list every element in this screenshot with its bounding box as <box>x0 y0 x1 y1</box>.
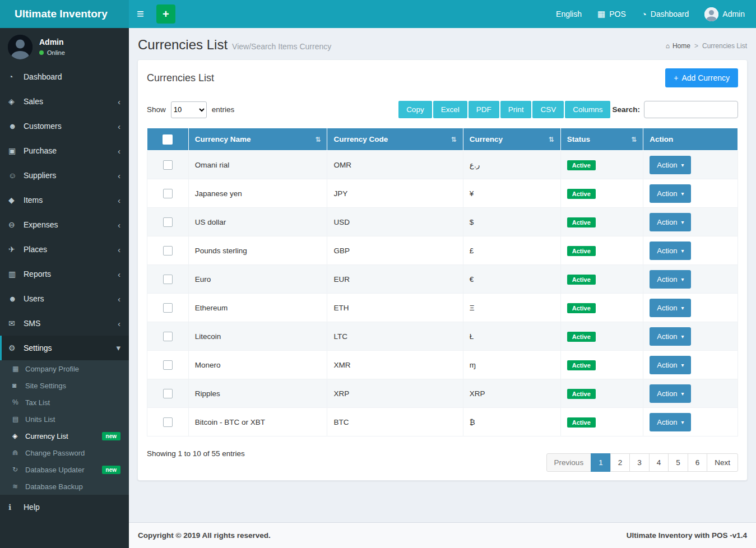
row-checkbox[interactable] <box>163 389 173 398</box>
action-button[interactable]: Action▾ <box>650 356 691 374</box>
pdf-button[interactable]: PDF <box>469 101 499 118</box>
caret-down-icon: ▾ <box>681 362 684 368</box>
sidebar-item-users[interactable]: ☻ Users ‹ <box>0 286 129 311</box>
sidebar-item-purchase[interactable]: ▣ Purchase ‹ <box>0 138 129 163</box>
sidebar-item-settings[interactable]: ⚙ Settings ▾ <box>0 336 129 360</box>
sidebar-item-database-backup[interactable]: ≋ Database Backup <box>0 478 129 495</box>
caret-down-icon: ▾ <box>681 276 684 282</box>
pagination-page-4[interactable]: 4 <box>649 453 669 472</box>
topbar-link-pos[interactable]: ▦POS <box>597 9 626 19</box>
status-badge: Active <box>567 332 596 342</box>
column-header-currency[interactable]: Currency⇅ <box>463 128 560 151</box>
search-input[interactable] <box>644 101 738 118</box>
action-button[interactable]: Action▾ <box>650 413 691 431</box>
sidebar-item-customers[interactable]: ☻ Customers ‹ <box>0 114 129 138</box>
sidebar-item-units-list[interactable]: ▤ Units List <box>0 411 129 428</box>
sidebar-nav: ◔ Dashboard ◈ Sales ‹ ☻ Customers ‹ ▣ Pu… <box>0 64 129 519</box>
cell-currency-symbol: ɱ <box>463 351 560 379</box>
cube-icon: ◆ <box>8 196 24 205</box>
action-button[interactable]: Action▾ <box>650 270 691 289</box>
action-button[interactable]: Action▾ <box>650 242 691 260</box>
row-checkbox[interactable] <box>163 246 173 256</box>
sidebar-item-items[interactable]: ◆ Items ‹ <box>0 188 129 212</box>
select-all-checkbox[interactable] <box>163 134 173 145</box>
info-icon: ℹ <box>8 503 24 512</box>
menu-toggle-button[interactable]: ≡ <box>129 0 152 28</box>
avatar <box>8 35 33 59</box>
pagination-page-2[interactable]: 2 <box>610 453 630 472</box>
csv-button[interactable]: CSV <box>532 101 564 118</box>
topbar: Ultimate Inventory ≡ + English ▦POS ◔Das… <box>0 0 756 28</box>
action-button[interactable]: Action▾ <box>650 184 691 203</box>
pagination-page-3[interactable]: 3 <box>629 453 650 472</box>
page-length-select[interactable]: 10 <box>171 101 207 118</box>
cell-currency-name: US dollar <box>188 208 327 236</box>
sidebar-item-dashboard[interactable]: ◔ Dashboard <box>0 64 129 89</box>
table-row: Omani rial OMR ر.ع Active Action▾ <box>147 151 738 179</box>
action-button[interactable]: Action▾ <box>650 384 691 403</box>
status-badge: Active <box>567 275 596 285</box>
pagination-previous[interactable]: Previous <box>546 453 592 472</box>
breadcrumb-home[interactable]: ⌂ Home <box>666 42 690 50</box>
cell-currency-symbol: ₿ <box>463 408 560 436</box>
sidebar-item-reports[interactable]: ▥ Reports ‹ <box>0 262 129 286</box>
hamburger-icon: ≡ <box>137 7 144 21</box>
column-header-currency-name[interactable]: Currency Name⇅ <box>188 128 327 151</box>
columns-button[interactable]: Columns <box>565 101 610 118</box>
column-header-currency-code[interactable]: Currency Code⇅ <box>327 128 463 151</box>
row-checkbox[interactable] <box>163 217 173 227</box>
row-checkbox[interactable] <box>163 332 173 341</box>
topbar-link-dashboard[interactable]: ◔Dashboard <box>642 10 689 19</box>
status-badge: Active <box>567 417 596 428</box>
action-button[interactable]: Action▾ <box>650 213 691 231</box>
print-button[interactable]: Print <box>500 101 532 118</box>
row-checkbox[interactable] <box>163 417 173 427</box>
sidebar-item-sales[interactable]: ◈ Sales ‹ <box>0 89 129 114</box>
action-button[interactable]: Action▾ <box>650 299 691 317</box>
sidebar-item-tax-list[interactable]: % Tax List <box>0 394 129 411</box>
table-row: Bitcoin - BTC or XBT BTC ₿ Active Action… <box>147 408 738 436</box>
topbar-link-english[interactable]: English <box>556 10 582 18</box>
sidebar-item-company-profile[interactable]: ▦ Company Profile <box>0 360 129 377</box>
add-currency-button[interactable]: + Add Currency <box>665 68 738 87</box>
new-badge: new <box>102 466 120 474</box>
sidebar-item-database-updater[interactable]: ↻ Database Updater new <box>0 461 129 478</box>
pagination-page-1[interactable]: 1 <box>591 453 611 472</box>
column-header-status[interactable]: Status⇅ <box>560 128 643 151</box>
sidebar-item-places[interactable]: ✈ Places ‹ <box>0 237 129 262</box>
pagination-next[interactable]: Next <box>707 453 738 472</box>
sidebar-item-suppliers[interactable]: ☺ Suppliers ‹ <box>0 163 129 188</box>
cell-currency-code: BTC <box>327 408 463 436</box>
row-checkbox[interactable] <box>163 303 173 313</box>
pagination-page-6[interactable]: 6 <box>688 453 708 472</box>
sidebar-item-site-settings[interactable]: ◙ Site Settings <box>0 377 129 394</box>
list-icon: ▤ <box>12 415 25 423</box>
row-checkbox[interactable] <box>163 275 173 284</box>
cell-currency-symbol: XRP <box>463 379 560 408</box>
sidebar-item-currency-list[interactable]: ◈ Currency List new <box>0 428 129 444</box>
action-button[interactable]: Action▾ <box>650 156 691 174</box>
pagination-page-5[interactable]: 5 <box>668 453 688 472</box>
cell-currency-code: GBP <box>327 236 463 265</box>
table-row: Litecoin LTC Ł Active Action▾ <box>147 322 738 351</box>
page-subtitle: View/Search Items Currency <box>232 42 331 51</box>
excel-button[interactable]: Excel <box>433 101 467 118</box>
action-button[interactable]: Action▾ <box>650 327 691 346</box>
sidebar-item-expenses[interactable]: ⊖ Expenses ‹ <box>0 212 129 237</box>
refresh-icon: ↻ <box>12 466 25 473</box>
search-label: Search: <box>612 105 640 114</box>
sidebar-item-help[interactable]: ℹ Help <box>0 495 129 519</box>
topbar-user-menu[interactable]: Admin <box>704 7 745 21</box>
quick-add-button[interactable]: + <box>156 4 175 24</box>
show-label: Show <box>147 105 166 114</box>
cell-currency-symbol: £ <box>463 236 560 265</box>
paper-plane-icon: ✈ <box>8 245 24 254</box>
row-checkbox[interactable] <box>163 160 173 170</box>
row-checkbox[interactable] <box>163 360 173 370</box>
copy-button[interactable]: Copy <box>398 101 432 118</box>
sidebar-item-sms[interactable]: ✉ SMS ‹ <box>0 311 129 336</box>
sidebar-item-change-password[interactable]: ⋒ Change Password <box>0 444 129 461</box>
currencies-card: Currencies List + Add Currency Show 10 e… <box>137 59 748 481</box>
plus-icon: + <box>674 73 678 82</box>
row-checkbox[interactable] <box>163 189 173 198</box>
